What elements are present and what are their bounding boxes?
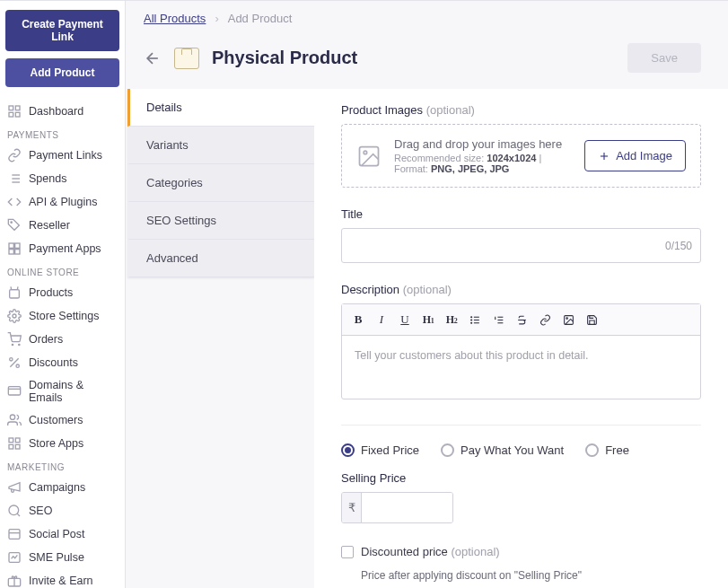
svg-rect-14: [15, 250, 20, 254]
radio-pay-what-you-want[interactable]: Pay What You Want: [441, 443, 564, 457]
h2-button[interactable]: H2: [441, 310, 462, 329]
dropzone-text: Drag and drop your images here Recommend…: [394, 137, 572, 174]
svg-rect-3: [15, 112, 20, 117]
radio-label: Free: [605, 443, 629, 457]
strikethrough-button[interactable]: [511, 310, 532, 329]
svg-point-18: [19, 344, 20, 345]
radio-indicator: [441, 443, 454, 457]
sidebar-item-discounts[interactable]: Discounts: [5, 351, 119, 374]
svg-line-19: [10, 358, 18, 366]
bag-icon: [7, 285, 22, 300]
italic-button[interactable]: I: [371, 310, 392, 329]
page-title: Physical Product: [212, 48, 615, 68]
tab-advanced[interactable]: Advanced: [127, 240, 314, 277]
svg-point-47: [470, 319, 471, 320]
discounted-price-checkbox-row[interactable]: Discounted price (optional): [341, 545, 701, 558]
svg-rect-0: [9, 106, 13, 110]
settings-icon: [7, 309, 22, 323]
sidebar-item-domains-emails[interactable]: Domains & Emails: [5, 374, 119, 408]
sidebar-item-customers[interactable]: Customers: [5, 408, 119, 432]
radio-fixed-price[interactable]: Fixed Price: [341, 443, 419, 457]
currency-symbol: ₹: [342, 493, 362, 522]
svg-line-30: [17, 513, 20, 516]
back-button[interactable]: [144, 49, 162, 67]
image-button[interactable]: [557, 310, 579, 329]
sidebar-item-reseller[interactable]: Reseller: [5, 214, 119, 237]
list-icon: [7, 171, 22, 186]
form-area: Product Images (optional) Drag and drop …: [314, 89, 728, 588]
add-product-button[interactable]: Add Product: [5, 58, 119, 87]
code-icon: [7, 195, 22, 209]
svg-rect-28: [15, 444, 20, 449]
sidebar-item-orders[interactable]: Orders: [5, 328, 119, 351]
link-button[interactable]: [534, 310, 556, 329]
tab-seo-settings[interactable]: SEO Settings: [127, 202, 314, 240]
main-content: All Products › Add Product Physical Prod…: [126, 0, 728, 588]
chevron-right-icon: ›: [215, 12, 218, 25]
svg-rect-25: [9, 438, 13, 443]
selling-price-label: Selling Price: [341, 471, 701, 485]
description-textarea[interactable]: Tell your customers about this product i…: [342, 336, 700, 399]
svg-rect-2: [9, 112, 13, 117]
ordered-list-button[interactable]: [487, 310, 509, 329]
sidebar-item-label: Store Apps: [29, 437, 83, 450]
selling-price-input[interactable]: [362, 493, 452, 522]
price-type-radio-group: Fixed Price Pay What You Want Free: [341, 443, 701, 457]
create-payment-link-button[interactable]: Create Payment Link: [5, 10, 119, 51]
sidebar-item-label: Reseller: [29, 219, 70, 232]
breadcrumb: All Products › Add Product: [126, 1, 728, 34]
sidebar-item-products[interactable]: Products: [5, 281, 119, 304]
tab-categories[interactable]: Categories: [127, 164, 314, 202]
svg-rect-12: [15, 243, 20, 248]
svg-rect-26: [15, 438, 20, 443]
search-icon: [7, 504, 22, 518]
sidebar-item-seo[interactable]: SEO: [5, 499, 119, 522]
sidebar-item-invite-earn[interactable]: Invite & Earn: [5, 569, 119, 588]
tag-icon: [7, 218, 22, 233]
checkbox: [341, 546, 354, 558]
megaphone-icon: [7, 480, 22, 495]
underline-button[interactable]: U: [394, 310, 416, 329]
svg-rect-15: [10, 290, 20, 298]
tab-variants[interactable]: Variants: [127, 127, 314, 164]
radio-indicator: [341, 443, 355, 457]
product-images-label: Product Images (optional): [341, 103, 701, 117]
sidebar-item-sme-pulse[interactable]: SME Pulse: [5, 546, 119, 569]
breadcrumb-root[interactable]: All Products: [144, 12, 206, 25]
arrow-left-icon: [144, 49, 162, 67]
svg-rect-13: [9, 250, 13, 254]
link-icon: [7, 148, 22, 162]
percent-icon: [7, 355, 22, 370]
sidebar-item-store-apps[interactable]: Store Apps: [5, 432, 119, 455]
unordered-list-button[interactable]: [464, 310, 486, 329]
add-image-button[interactable]: Add Image: [584, 140, 686, 171]
sidebar-item-spends[interactable]: Spends: [5, 167, 119, 190]
sidebar-item-payment-apps[interactable]: Payment Apps: [5, 237, 119, 260]
bold-button[interactable]: B: [347, 310, 369, 329]
sidebar-item-label: Orders: [29, 333, 63, 346]
pulse-icon: [7, 550, 22, 565]
svg-point-54: [566, 317, 567, 319]
sidebar-item-social-post[interactable]: Social Post: [5, 522, 119, 546]
radio-free[interactable]: Free: [585, 443, 629, 457]
dropzone-sub-text: Recommended size: 1024x1024 | Format: PN…: [394, 153, 572, 174]
h1-button[interactable]: H1: [417, 310, 439, 329]
dashboard-icon: [7, 104, 22, 118]
sidebar-item-payment-links[interactable]: Payment Links: [5, 144, 119, 167]
tab-details[interactable]: Details: [127, 89, 314, 127]
image-dropzone[interactable]: Drag and drop your images here Recommend…: [341, 124, 701, 188]
title-input[interactable]: [341, 228, 701, 263]
sidebar-item-campaigns[interactable]: Campaigns: [5, 476, 119, 499]
tab-panel: Details Variants Categories SEO Settings…: [126, 89, 314, 588]
svg-point-20: [10, 358, 13, 361]
sidebar-item-api-plugins[interactable]: API & Plugins: [5, 190, 119, 214]
sidebar: Create Payment Link Add Product Dashboar…: [0, 0, 126, 588]
sidebar-item-label: SME Pulse: [29, 551, 84, 564]
globe-icon: [7, 384, 22, 399]
sidebar-item-store-settings[interactable]: Store Settings: [5, 304, 119, 328]
selling-price-input-wrap: ₹: [341, 492, 453, 523]
plus-icon: [598, 150, 610, 162]
sidebar-item-dashboard[interactable]: Dashboard: [5, 100, 119, 123]
save-button[interactable]: Save: [627, 43, 701, 73]
save-draft-button[interactable]: [581, 310, 602, 329]
